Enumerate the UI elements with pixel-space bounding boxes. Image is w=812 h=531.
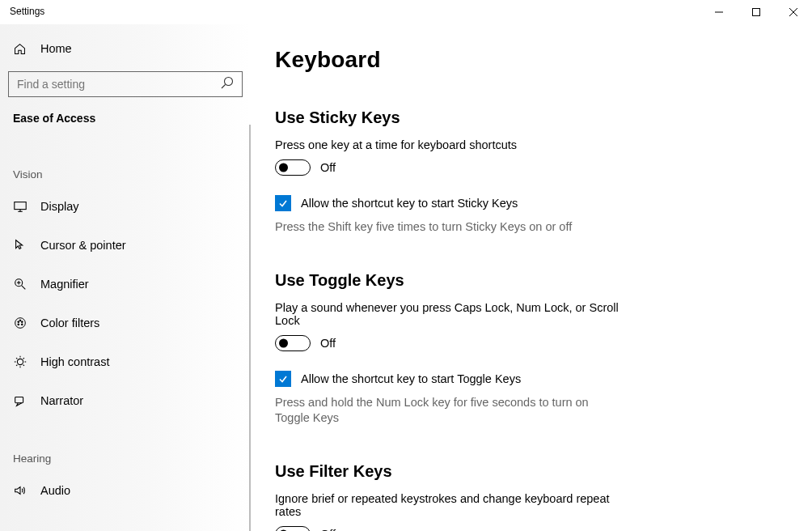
cursor-icon: [13, 238, 27, 253]
section-description: Ignore brief or repeated keystrokes and …: [275, 492, 623, 518]
section-title: Use Filter Keys: [275, 462, 788, 481]
sidebar-item-label: Audio: [40, 484, 70, 497]
toggle-state-label: Off: [320, 528, 336, 531]
svg-point-15: [21, 321, 23, 323]
svg-line-26: [23, 358, 24, 359]
colorfilters-icon: [13, 316, 27, 330]
sidebar-item-label: Color filters: [40, 316, 99, 329]
sidebar-item-display[interactable]: Display: [0, 187, 251, 226]
hint-text: Press the Shift key five times to turn S…: [275, 219, 623, 236]
sidebar-item-label: Magnifier: [40, 278, 89, 291]
content-area: Keyboard Use Sticky KeysPress one key at…: [251, 24, 812, 531]
sidebar-item-audio[interactable]: Audio: [0, 471, 251, 510]
toggle-switch[interactable]: [275, 335, 311, 351]
section-description: Play a sound whenever you press Caps Loc…: [275, 301, 623, 327]
checkbox[interactable]: [275, 195, 291, 211]
svg-line-5: [222, 85, 226, 89]
svg-line-27: [16, 365, 17, 366]
toggle-switch[interactable]: [275, 159, 311, 176]
group-label: Vision: [0, 125, 251, 187]
toggle-switch[interactable]: [275, 526, 311, 531]
nav-home-label: Home: [40, 42, 72, 55]
window-title: Settings: [0, 0, 44, 17]
svg-point-17: [21, 324, 23, 325]
svg-point-18: [19, 320, 21, 321]
svg-point-14: [18, 321, 19, 323]
search-input[interactable]: [8, 71, 243, 97]
sidebar-item-label: Cursor & pointer: [40, 239, 126, 252]
sidebar-item-color-filters[interactable]: Color filters: [0, 304, 251, 342]
svg-rect-1: [753, 9, 760, 16]
page-title: Keyboard: [275, 47, 788, 73]
toggle-state-label: Off: [320, 161, 336, 174]
sidebar-item-label: Display: [40, 200, 79, 213]
sidebar-scrollbar[interactable]: [249, 125, 251, 531]
svg-rect-28: [15, 397, 23, 403]
section-description: Press one key at a time for keyboard sho…: [275, 138, 623, 151]
section: Use Filter KeysIgnore brief or repeated …: [275, 462, 788, 531]
toggle-state-label: Off: [320, 337, 336, 350]
svg-point-4: [225, 78, 233, 86]
checkbox-label: Allow the shortcut key to start Toggle K…: [301, 372, 521, 385]
display-icon: [13, 199, 27, 214]
section-title: Use Sticky Keys: [275, 108, 788, 127]
sidebar: Home Ease of Access VisionDisplayCursor …: [0, 24, 251, 531]
maximize-button[interactable]: [738, 0, 775, 24]
group-label: Hearing: [0, 420, 251, 471]
svg-point-16: [18, 324, 19, 325]
audio-icon: [13, 483, 27, 498]
section-title: Use Toggle Keys: [275, 271, 788, 290]
sidebar-item-high-contrast[interactable]: High contrast: [0, 342, 251, 381]
svg-point-19: [17, 359, 23, 364]
highcontrast-icon: [13, 355, 27, 369]
search-field[interactable]: [17, 78, 221, 91]
checkbox-label: Allow the shortcut key to start Sticky K…: [301, 197, 518, 210]
narrator-icon: [13, 393, 27, 408]
section: Use Toggle KeysPlay a sound whenever you…: [275, 271, 788, 427]
svg-line-24: [16, 358, 17, 359]
category-header: Ease of Access: [0, 97, 251, 125]
sidebar-item-label: High contrast: [40, 355, 109, 368]
section: Use Sticky KeysPress one key at a time f…: [275, 108, 788, 236]
minimize-button[interactable]: [700, 0, 738, 24]
svg-line-25: [23, 365, 24, 366]
svg-line-10: [22, 286, 26, 290]
sidebar-item-cursor-pointer[interactable]: Cursor & pointer: [0, 226, 251, 265]
hint-text: Press and hold the Num Lock key for five…: [275, 395, 623, 427]
sidebar-item-magnifier[interactable]: Magnifier: [0, 265, 251, 304]
sidebar-item-label: Narrator: [40, 394, 83, 407]
close-button[interactable]: [775, 0, 812, 24]
svg-rect-6: [15, 202, 26, 210]
sidebar-item-narrator[interactable]: Narrator: [0, 381, 251, 420]
home-icon: [13, 42, 27, 56]
magnifier-icon: [13, 277, 27, 291]
titlebar: Settings: [0, 0, 812, 24]
checkbox[interactable]: [275, 371, 291, 387]
search-icon: [221, 76, 234, 92]
nav-home[interactable]: Home: [0, 32, 251, 65]
